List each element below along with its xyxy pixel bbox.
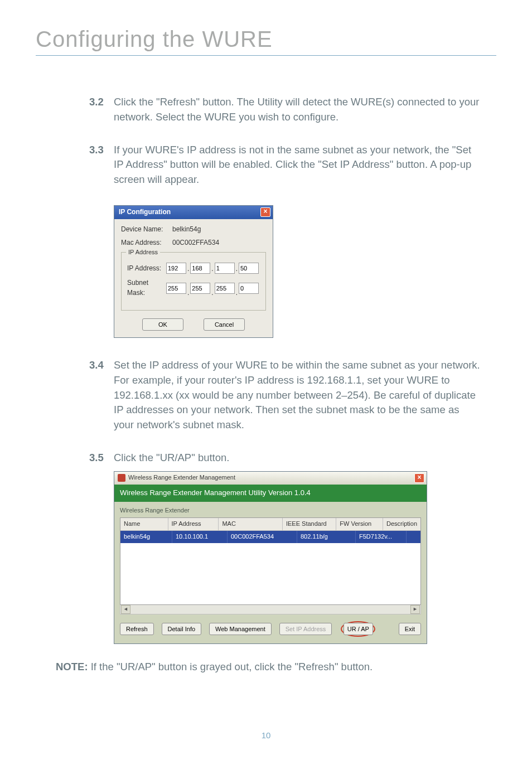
- device-name-value: belkin54g: [172, 225, 266, 234]
- group-legend: IP Address: [126, 248, 160, 257]
- web-management-button[interactable]: Web Management: [209, 623, 272, 635]
- step-number: 3.5: [89, 451, 114, 466]
- scroll-right-icon[interactable]: ►: [410, 605, 420, 614]
- document-page: Configuring the WURE 3.2 Click the "Refr…: [0, 0, 532, 760]
- cell-ip: 10.10.100.1: [172, 531, 228, 543]
- cancel-button[interactable]: Cancel: [204, 318, 245, 331]
- range-extender-management-window: Wireless Range Extender Management × Wir…: [114, 471, 427, 644]
- content-area: 3.2 Click the "Refresh" button. The Util…: [0, 56, 532, 644]
- step-text: Click the "UR/AP" button.: [114, 451, 482, 466]
- note-label: NOTE:: [56, 661, 88, 672]
- cell-fw: F5D7132v...: [356, 531, 407, 543]
- cell-name: belkin54g: [120, 531, 172, 543]
- col-ip[interactable]: IP Address: [168, 518, 219, 530]
- list-label: Wireless Range Extender: [120, 506, 421, 515]
- ip-configuration-dialog: IP Configuration × Device Name: belkin54…: [114, 205, 273, 338]
- subnet-mask-row: Subnet Mask: . . .: [127, 278, 260, 298]
- set-ip-address-button[interactable]: Set IP Address: [279, 623, 332, 635]
- close-icon[interactable]: ×: [414, 473, 424, 483]
- col-ieee[interactable]: IEEE Standard: [283, 518, 336, 530]
- refresh-button[interactable]: Refresh: [120, 623, 154, 635]
- horizontal-scrollbar[interactable]: ◄ ►: [120, 605, 421, 614]
- step-number: 3.2: [89, 95, 114, 125]
- window-title: Wireless Range Extender Management: [128, 473, 235, 482]
- step-3-3: 3.3 If your WURE's IP address is not in …: [89, 143, 482, 187]
- window-titlebar: Wireless Range Extender Management ×: [114, 472, 427, 485]
- mask-octet-1[interactable]: [166, 283, 186, 294]
- step-3-5: 3.5 Click the "UR/AP" button.: [89, 451, 482, 466]
- dot: .: [211, 288, 213, 298]
- ip-address-row: IP Address: . . .: [127, 263, 260, 274]
- app-icon: [118, 474, 125, 482]
- step-text: If your WURE's IP address is not in the …: [114, 143, 482, 187]
- note: NOTE: If the "UR/AP" button is grayed ou…: [0, 660, 532, 675]
- step-number: 3.3: [89, 143, 114, 187]
- device-name-row: Device Name: belkin54g: [121, 225, 266, 234]
- mask-octet-2[interactable]: [190, 283, 210, 294]
- mac-address-label: Mac Address:: [121, 238, 172, 248]
- ip-octet-3[interactable]: [215, 263, 235, 274]
- mac-address-row: Mac Address: 00C002FFA534: [121, 238, 266, 248]
- col-mac[interactable]: MAC: [219, 518, 282, 530]
- step-number: 3.4: [89, 358, 114, 433]
- dialog-body: Device Name: belkin54g Mac Address: 00C0…: [114, 219, 273, 337]
- mask-octet-3[interactable]: [215, 283, 235, 294]
- table-empty-area: [120, 543, 420, 604]
- detail-info-button[interactable]: Detail Info: [162, 623, 202, 635]
- table-header: Name IP Address MAC IEEE Standard FW Ver…: [120, 518, 420, 531]
- col-name[interactable]: Name: [120, 518, 168, 530]
- dialog-titlebar: IP Configuration ×: [114, 206, 273, 219]
- ip-address-group: IP Address IP Address: . . . Subnet Mask…: [121, 252, 266, 311]
- cell-mac: 00C002FFA534: [228, 531, 297, 543]
- table-row[interactable]: belkin54g 10.10.100.1 00C002FFA534 802.1…: [120, 531, 420, 543]
- note-text: If the "UR/AP" button is grayed out, cli…: [88, 661, 373, 672]
- button-row: Refresh Detail Info Web Management Set I…: [120, 621, 421, 637]
- ip-address-label: IP Address:: [127, 264, 166, 273]
- device-table: Name IP Address MAC IEEE Standard FW Ver…: [120, 517, 421, 605]
- col-fw[interactable]: FW Version: [336, 518, 383, 530]
- urap-highlight-circle: UR / AP: [341, 621, 375, 637]
- scroll-left-icon[interactable]: ◄: [121, 605, 130, 614]
- cell-ieee: 802.11b/g: [297, 531, 356, 543]
- dot: .: [187, 288, 189, 298]
- step-text: Click the "Refresh" button. The Utility …: [114, 95, 482, 125]
- step-3-2: 3.2 Click the "Refresh" button. The Util…: [89, 95, 482, 125]
- col-desc[interactable]: Description: [383, 518, 420, 530]
- page-title: Configuring the WURE: [0, 27, 532, 52]
- cell-desc: [407, 531, 420, 543]
- step-3-4: 3.4 Set the IP address of your WURE to b…: [89, 358, 482, 433]
- window-body: Wireless Range Extender Name IP Address …: [114, 502, 427, 643]
- ip-octet-4[interactable]: [239, 263, 259, 274]
- dialog-button-row: OK Cancel: [121, 318, 266, 331]
- dot: .: [187, 264, 189, 274]
- ur-ap-button[interactable]: UR / AP: [344, 623, 373, 635]
- dot: .: [211, 264, 213, 274]
- step-text: Set the IP address of your WURE to be wi…: [114, 358, 482, 433]
- subnet-mask-label: Subnet Mask:: [127, 278, 166, 298]
- ip-octet-1[interactable]: [166, 263, 186, 274]
- dialog-title: IP Configuration: [119, 207, 171, 217]
- close-icon[interactable]: ×: [260, 207, 270, 217]
- dot: .: [236, 288, 238, 298]
- exit-button[interactable]: Exit: [399, 623, 421, 635]
- device-name-label: Device Name:: [121, 225, 172, 234]
- ok-button[interactable]: OK: [142, 318, 183, 331]
- banner: Wireless Range Extender Management Utili…: [114, 485, 427, 502]
- dot: .: [236, 264, 238, 274]
- mac-address-value: 00C002FFA534: [172, 238, 266, 248]
- mask-octet-4[interactable]: [239, 283, 259, 294]
- ip-octet-2[interactable]: [190, 263, 210, 274]
- page-number: 10: [0, 730, 532, 740]
